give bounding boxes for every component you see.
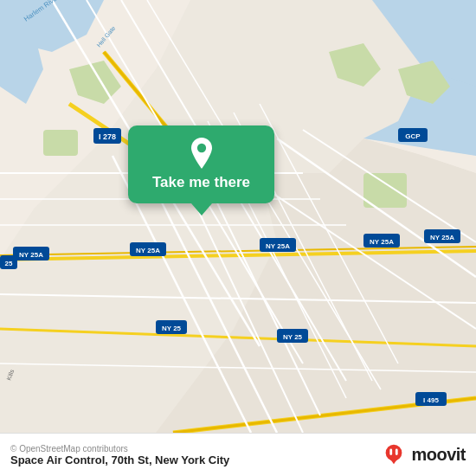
- svg-rect-68: [396, 448, 398, 454]
- take-me-there-popup[interactable]: Take me there: [128, 125, 274, 215]
- location-pin-icon: [186, 138, 217, 169]
- popup-box[interactable]: Take me there: [128, 125, 274, 203]
- moovit-icon: [382, 443, 406, 467]
- svg-marker-66: [389, 455, 400, 463]
- location-name: Space Air Control, 70th St, New York Cit…: [10, 453, 229, 466]
- svg-text:NY 25A: NY 25A: [266, 242, 290, 250]
- moovit-text: moovit: [411, 445, 466, 465]
- bottom-bar: © OpenStreetMap contributors Space Air C…: [0, 433, 476, 476]
- svg-point-64: [196, 144, 205, 152]
- svg-rect-67: [390, 448, 393, 454]
- svg-text:NY 25: NY 25: [283, 333, 303, 341]
- svg-text:NY 25A: NY 25A: [370, 238, 394, 246]
- svg-text:I 495: I 495: [423, 396, 439, 404]
- copyright-text: © OpenStreetMap contributors: [10, 444, 229, 453]
- svg-text:25: 25: [5, 260, 13, 267]
- popup-arrow: [191, 203, 212, 215]
- svg-text:NY 25A: NY 25A: [136, 247, 160, 254]
- location-info: © OpenStreetMap contributors Space Air C…: [10, 444, 229, 466]
- take-me-there-button[interactable]: Take me there: [152, 174, 250, 191]
- map-container: I 278 NY 25A NY 25A NY 25A NY 25A NY 25A…: [0, 0, 476, 433]
- svg-text:NY 25A: NY 25A: [430, 234, 454, 241]
- svg-text:NY 25: NY 25: [162, 325, 182, 332]
- svg-text:NY 25A: NY 25A: [19, 251, 43, 259]
- svg-text:GCP: GCP: [405, 132, 421, 140]
- svg-text:I 278: I 278: [99, 132, 116, 141]
- moovit-logo: moovit: [382, 443, 466, 467]
- svg-rect-10: [43, 130, 78, 156]
